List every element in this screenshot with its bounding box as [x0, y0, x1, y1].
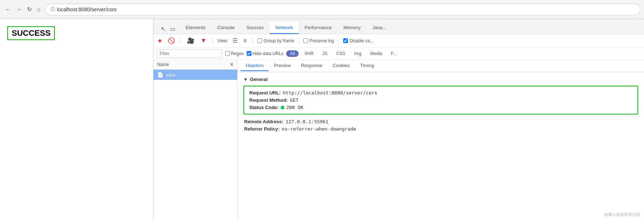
toolbar-divider-3: [253, 37, 253, 44]
devtools-panel: ↖ ▭ Elements Console Sources Network Per…: [154, 19, 644, 221]
request-url-value: http://localhost:8080/server/cors: [283, 90, 377, 96]
file-icon: 📄: [157, 72, 163, 78]
general-info-box: Request URL: http://localhost:8080/serve…: [243, 86, 638, 115]
network-content: Name ✕ 📄 cors Headers Preview Response C…: [154, 60, 644, 221]
forward-button[interactable]: →: [15, 5, 23, 14]
preserve-log-control[interactable]: Preserve log: [303, 38, 334, 43]
reload-button[interactable]: ↻: [26, 4, 33, 14]
address-bar[interactable]: ⓘ localhost:8080/server/cors: [45, 4, 640, 15]
request-url-label: Request URL:: [249, 90, 281, 96]
request-url-row: Request URL: http://localhost:8080/serve…: [249, 90, 632, 96]
watermark: @稀土掘金技术社区: [604, 212, 640, 217]
disable-cache-label: Disable ca...: [349, 38, 374, 43]
request-list: Name ✕ 📄 cors: [154, 60, 238, 221]
referrer-policy-value: no-referrer-when-downgrade: [282, 126, 356, 132]
browser-chrome: ← → ↻ ⌂ ⓘ localhost:8080/server/cors: [0, 0, 644, 19]
detail-tab-response[interactable]: Response: [296, 61, 327, 71]
devtools-tab-icons: ↖ ▭: [156, 24, 180, 34]
tab-java[interactable]: Java...: [367, 22, 392, 34]
request-method-row: Request Method: GET: [249, 97, 632, 103]
request-item-cors[interactable]: 📄 cors: [154, 70, 237, 80]
status-dot-icon: [281, 106, 284, 109]
group-by-frame-control[interactable]: Group by frame: [257, 38, 294, 43]
nav-buttons: ← → ↻ ⌂: [4, 4, 42, 14]
hide-data-urls-control[interactable]: Hide data URLs: [247, 51, 284, 56]
detail-tabs: Headers Preview Response Cookies Timing: [238, 60, 644, 72]
view-tree-button[interactable]: ≡: [242, 37, 248, 45]
hide-data-urls-label: Hide data URLs: [253, 51, 284, 56]
status-code-value: 200 OK: [286, 105, 303, 110]
network-toolbar: ● 🚫 🎥 ▼ View: ☰ ≡ Group by frame Preserv…: [154, 34, 644, 47]
referrer-policy-label: Referrer Policy:: [244, 126, 280, 132]
tab-console[interactable]: Console: [211, 22, 240, 34]
name-column-header: Name: [157, 62, 169, 67]
disable-cache-checkbox[interactable]: [343, 38, 348, 43]
request-detail: Headers Preview Response Cookies Timing …: [238, 60, 644, 221]
filter-type-media[interactable]: Media: [367, 50, 385, 57]
toolbar-divider-2: [213, 37, 213, 44]
filter-type-js[interactable]: JS: [319, 50, 330, 57]
chevron-down-icon: ▼: [243, 77, 248, 82]
view-list-button[interactable]: ☰: [231, 36, 239, 45]
request-method-label: Request Method:: [249, 97, 288, 103]
filter-type-all[interactable]: All: [286, 50, 298, 57]
disable-cache-control[interactable]: Disable ca...: [343, 38, 374, 43]
tab-sources[interactable]: Sources: [240, 22, 270, 34]
device-icon-btn[interactable]: ▭: [168, 24, 177, 34]
status-code-row: Status Code: 200 OK: [249, 105, 632, 110]
address-text: localhost:8080/server/cors: [57, 7, 117, 12]
filter-bar: Regex Hide data URLs All XHR JS CSS Img …: [154, 47, 644, 60]
lock-icon: ⓘ: [50, 6, 55, 12]
remote-address-value: 127.0.0.1:55961: [285, 119, 328, 124]
filter-type-img[interactable]: Img: [351, 50, 364, 57]
detail-content: ▼ General Request URL: http://localhost:…: [238, 72, 644, 138]
referrer-policy-row: Referrer Policy: no-referrer-when-downgr…: [243, 126, 638, 132]
group-by-frame-checkbox[interactable]: [257, 38, 262, 43]
hide-data-urls-checkbox[interactable]: [247, 51, 251, 56]
toolbar-divider-5: [338, 37, 339, 44]
preserve-log-label: Preserve log: [310, 38, 334, 43]
detail-tab-headers[interactable]: Headers: [240, 61, 269, 71]
remote-address-label: Remote Address:: [244, 119, 283, 124]
camera-button[interactable]: 🎥: [186, 36, 196, 45]
toolbar-divider-1: [181, 37, 181, 44]
devtools-tab-bar: ↖ ▭ Elements Console Sources Network Per…: [154, 19, 644, 34]
page-content: SUCCESS: [0, 19, 154, 221]
request-list-header: Name ✕: [154, 60, 237, 70]
toolbar-divider-4: [299, 37, 299, 44]
tab-network[interactable]: Network: [270, 22, 299, 34]
regex-checkbox[interactable]: [225, 51, 230, 56]
remote-address-row: Remote Address: 127.0.0.1:55961: [243, 119, 638, 124]
regex-label: Regex: [231, 51, 244, 56]
clear-button[interactable]: 🚫: [166, 36, 177, 45]
general-section-header[interactable]: ▼ General: [243, 77, 638, 82]
detail-tab-cookies[interactable]: Cookies: [327, 61, 355, 71]
filter-funnel-button[interactable]: ▼: [199, 36, 208, 45]
filter-type-css[interactable]: CSS: [333, 50, 348, 57]
view-label: View:: [217, 38, 228, 43]
tab-memory[interactable]: Memory: [338, 22, 367, 34]
main-area: SUCCESS ↖ ▭ Elements Console Sources Net…: [0, 19, 644, 221]
success-box: SUCCESS: [7, 26, 55, 40]
filter-options: Regex Hide data URLs All XHR JS CSS Img …: [225, 50, 400, 57]
group-by-frame-label: Group by frame: [264, 38, 294, 43]
section-title: General: [250, 77, 268, 82]
tab-performance[interactable]: Performance: [299, 22, 337, 34]
detail-tab-preview[interactable]: Preview: [269, 61, 296, 71]
filter-type-xhr[interactable]: XHR: [302, 50, 317, 57]
back-button[interactable]: ←: [4, 5, 12, 14]
record-button[interactable]: ●: [156, 36, 163, 45]
detail-tab-timing[interactable]: Timing: [355, 61, 379, 71]
regex-control[interactable]: Regex: [225, 51, 244, 56]
preserve-log-checkbox[interactable]: [303, 38, 308, 43]
cursor-icon-btn[interactable]: ↖: [159, 24, 167, 34]
filter-type-font[interactable]: F...: [388, 50, 400, 57]
request-method-value: GET: [290, 97, 298, 103]
tab-elements[interactable]: Elements: [180, 22, 211, 34]
request-item-name: cors: [166, 72, 175, 78]
filter-input[interactable]: [156, 49, 222, 58]
status-code-label: Status Code:: [249, 105, 279, 110]
home-button[interactable]: ⌂: [35, 5, 42, 14]
close-panel-icon[interactable]: ✕: [230, 62, 234, 67]
